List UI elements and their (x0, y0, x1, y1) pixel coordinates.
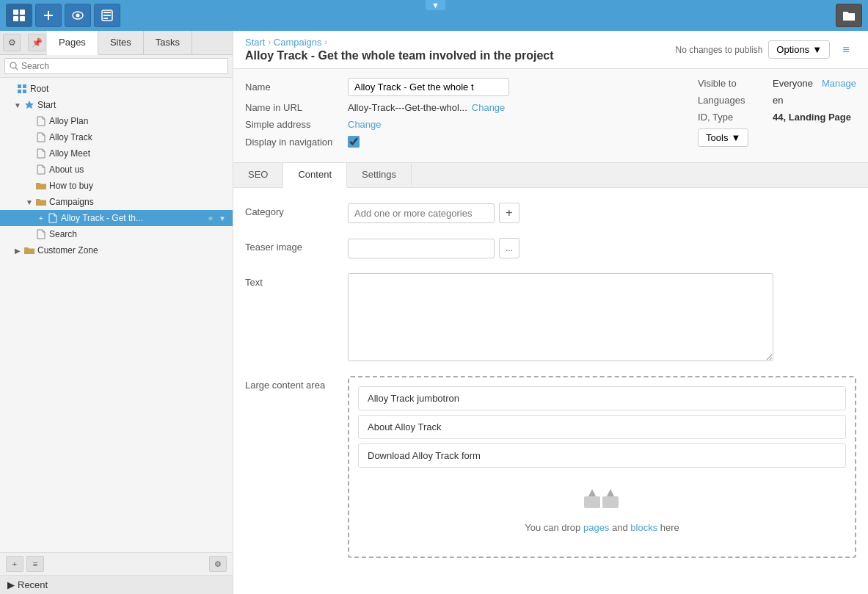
tab-pages[interactable]: Pages (47, 31, 98, 55)
field-row-large-content: Large content area Alloy Track jumbotron… (245, 376, 856, 558)
recent-arrow-icon: ▶ (7, 579, 15, 590)
tree-item-alloy-track[interactable]: Alloy Track (0, 129, 233, 145)
sidebar-bottom-bar: + ≡ ⚙ (0, 552, 233, 575)
display-in-nav-checkbox[interactable] (348, 136, 360, 148)
sidebar-settings-btn[interactable]: ⚙ (209, 556, 227, 572)
display-in-nav-label: Display in navigation (245, 137, 348, 148)
folder-icon-how-to-buy (35, 180, 47, 192)
sidebar-recent-section[interactable]: ▶ Recent (0, 575, 233, 594)
top-toolbar: ▼ (0, 0, 868, 31)
toolbar-dropdown-btn[interactable]: ▼ (426, 0, 445, 10)
svg-marker-20 (588, 489, 596, 496)
tree-item-root[interactable]: Root (0, 81, 233, 97)
tree-label-alloy-plan: Alloy Plan (49, 116, 88, 126)
right-prop-id-type: ID, Type 44, Landing Page (698, 112, 856, 123)
text-field-content (348, 273, 856, 361)
tree-item-menu-btn[interactable]: ≡ (206, 214, 215, 223)
manage-link[interactable]: Manage (822, 78, 856, 89)
pin-icon[interactable]: 📌 (28, 34, 45, 51)
tab-content[interactable]: Content (283, 163, 347, 188)
content-area: Start › Campaigns › Alloy Track - Get th… (233, 31, 868, 594)
tree-item-alloy-meet[interactable]: Alloy Meet (0, 145, 233, 162)
tree-label-customer-zone: Customer Zone (37, 245, 98, 256)
breadcrumb-start[interactable]: Start (245, 37, 265, 48)
content-block-0[interactable]: Alloy Track jumbotron (358, 386, 846, 410)
tools-label: Tools (706, 132, 728, 143)
expander-alloy-meet (23, 148, 35, 159)
tree-label-search: Search (49, 229, 77, 239)
add-toolbar-btn[interactable] (35, 4, 62, 27)
drop-hint-pages-link[interactable]: pages (583, 522, 609, 533)
category-add-btn[interactable]: + (499, 203, 519, 223)
svg-rect-11 (103, 18, 108, 19)
right-prop-visible-to: Visible to Everyone Manage (698, 78, 856, 89)
name-in-url-change-link[interactable]: Change (472, 102, 506, 113)
svg-marker-21 (607, 489, 614, 496)
prop-row-display-nav: Display in navigation (245, 136, 668, 148)
tree-item-expand-btn[interactable]: ▼ (216, 214, 228, 223)
tree-item-start[interactable]: ▼ Start (0, 97, 233, 113)
svg-line-13 (15, 68, 18, 70)
svg-rect-0 (13, 10, 18, 15)
tab-seo[interactable]: SEO (233, 163, 283, 187)
tree-item-how-to-buy[interactable]: How to buy (0, 178, 233, 194)
tree-item-alloy-track-get[interactable]: + Alloy Track - Get th... ≡ ▼ (0, 210, 233, 226)
tree-label-how-to-buy: How to buy (49, 181, 93, 191)
right-prop-languages: Languages en (698, 95, 856, 106)
tree-label-alloy-meet: Alloy Meet (49, 148, 90, 159)
tree-item-search[interactable]: Search (0, 226, 233, 242)
category-input[interactable] (348, 203, 495, 223)
simple-address-change-link[interactable]: Change (348, 119, 382, 130)
options-label: Options (776, 44, 809, 55)
prop-row-url: Name in URL Alloy-Track---Get-the-whol..… (245, 102, 668, 113)
edit-toolbar-btn[interactable] (94, 4, 120, 27)
field-row-text: Text (245, 273, 856, 361)
tree-item-alloy-plan[interactable]: Alloy Plan (0, 113, 233, 129)
expander-alloy-track (23, 131, 35, 143)
expander-customer-zone: ▶ (12, 245, 23, 256)
large-content-label: Large content area (245, 376, 348, 391)
content-block-1[interactable]: About Alloy Track (358, 415, 846, 439)
expander-alloy-plan (23, 115, 35, 127)
search-input[interactable] (21, 61, 223, 71)
svg-point-12 (10, 62, 16, 68)
tree-label-start: Start (37, 100, 56, 110)
tools-button[interactable]: Tools ▼ (698, 128, 748, 147)
tab-tasks[interactable]: Tasks (144, 31, 192, 54)
tree-item-about-us[interactable]: About us (0, 162, 233, 178)
tree-item-customer-zone[interactable]: ▶ Customer Zone (0, 242, 233, 258)
visible-to-value: Everyone (773, 78, 813, 89)
options-button[interactable]: Options ▼ (768, 40, 830, 59)
tree-item-campaigns[interactable]: ▼ Campaigns (0, 194, 233, 210)
text-textarea[interactable] (348, 273, 773, 361)
search-box[interactable] (4, 58, 228, 74)
drop-zone[interactable]: Alloy Track jumbotron About Alloy Track … (348, 376, 856, 558)
name-in-url-value: Alloy-Track---Get-the-whol... (348, 102, 467, 113)
preview-toolbar-btn[interactable] (65, 4, 91, 27)
tab-settings[interactable]: Settings (347, 163, 412, 187)
settings-icon[interactable]: ⚙ (3, 34, 21, 51)
page-icon-alloy-plan (35, 115, 47, 127)
list-options-btn[interactable]: ≡ (26, 556, 44, 572)
content-block-2[interactable]: Download Alloy Track form (358, 443, 846, 468)
teaser-browse-btn[interactable]: ... (499, 238, 519, 258)
id-type-value: 44, Landing Page (773, 112, 851, 123)
drop-hint-and: and (609, 522, 630, 533)
category-label: Category (245, 203, 348, 217)
large-content-area: Alloy Track jumbotron About Alloy Track … (348, 376, 856, 558)
languages-value: en (773, 95, 783, 106)
file-manager-btn[interactable] (836, 4, 862, 27)
tab-sites[interactable]: Sites (98, 31, 144, 54)
svg-rect-3 (20, 16, 25, 21)
pages-toolbar-btn[interactable] (6, 4, 32, 27)
sidebar-tabs: ⚙ 📌 Pages Sites Tasks (0, 31, 233, 55)
list-view-btn[interactable]: ≡ (836, 40, 856, 60)
expander-search (23, 228, 35, 240)
name-input[interactable] (348, 78, 509, 96)
add-page-btn[interactable]: + (6, 556, 23, 572)
teaser-image-input[interactable] (348, 239, 495, 258)
svg-rect-10 (103, 15, 111, 16)
drop-hint-blocks-link[interactable]: blocks (630, 522, 657, 533)
breadcrumb-campaigns[interactable]: Campaigns (274, 37, 322, 48)
tree-label-root: Root (30, 84, 48, 94)
